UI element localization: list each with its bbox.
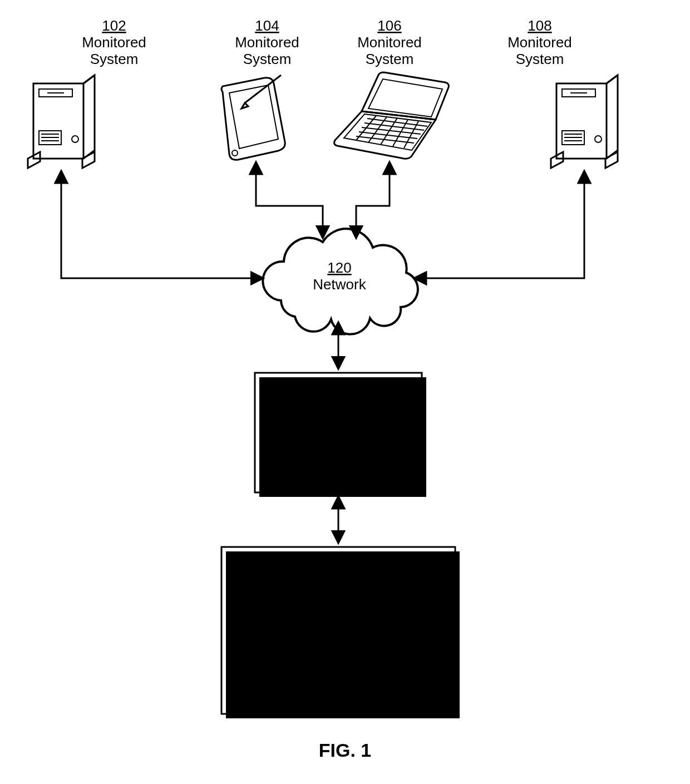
- server-icon-108: [551, 75, 618, 168]
- lbl-112: Monitoring System: [278, 568, 398, 585]
- laptop-icon-106: [334, 72, 449, 159]
- lbl-110: Application: [303, 394, 373, 411]
- lbl-114b: Metrics: [315, 453, 362, 470]
- lbl-116: Page Load Times: [282, 614, 395, 631]
- server-icon-102: [28, 75, 95, 168]
- figure-1-diagram: 102 Monitored System 104 Monitored Syste…: [0, 0, 690, 784]
- lbl-108a: Monitored: [507, 34, 572, 51]
- lbl-104a: Monitored: [235, 34, 299, 51]
- ref-114: 114: [326, 420, 350, 436]
- lbl-106a: Monitored: [357, 34, 422, 51]
- ref-118: 118: [326, 650, 350, 667]
- ref-104: 104: [255, 17, 279, 34]
- lbl-120: Network: [313, 276, 366, 293]
- svg-point-6: [72, 136, 78, 142]
- application-box: 110 Application 114 Performance Metrics: [255, 373, 426, 497]
- lbl-106b: System: [366, 51, 414, 67]
- cloud-network: 120 Network: [263, 229, 418, 334]
- ref-110: 110: [326, 377, 350, 394]
- svg-point-25: [595, 136, 602, 142]
- tablet-icon-104: [221, 75, 285, 160]
- ref-116: 116: [326, 598, 350, 614]
- lbl-114a: Performance: [297, 436, 380, 453]
- ref-106: 106: [377, 17, 401, 34]
- lbl-108b: System: [516, 51, 564, 67]
- lbl-118: Visualizations: [294, 667, 383, 684]
- ref-108: 108: [528, 17, 551, 34]
- connectors-top: [61, 162, 584, 278]
- ref-102: 102: [102, 17, 126, 34]
- lbl-104b: System: [243, 51, 292, 67]
- ref-120: 120: [327, 259, 351, 276]
- lbl-102a: Monitored: [82, 34, 146, 51]
- monitoring-box: 112 Monitoring System 116 Page Load Time…: [221, 547, 460, 718]
- svg-point-8: [232, 150, 238, 156]
- figure-label: FIG. 1: [319, 739, 371, 761]
- lbl-102b: System: [90, 51, 139, 67]
- ref-112: 112: [326, 551, 350, 568]
